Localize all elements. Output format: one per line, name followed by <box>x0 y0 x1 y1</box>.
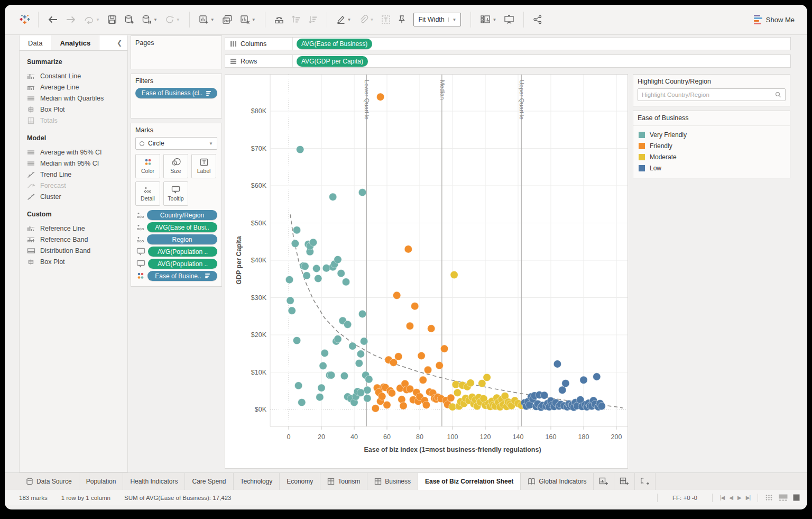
data-point-very-friendly[interactable] <box>318 384 325 391</box>
marks-tooltip-button[interactable]: Tooltip <box>163 181 188 206</box>
marks-size-button[interactable]: Size <box>163 154 188 178</box>
data-point-very-friendly[interactable] <box>340 372 348 379</box>
data-point-very-friendly[interactable] <box>365 376 373 383</box>
sidebar-item-constant-line[interactable]: Constant Line <box>27 70 127 81</box>
legend-item-friendly[interactable]: Friendly <box>633 140 790 151</box>
sidebar-item-average-with-95-ci[interactable]: Average with 95% CI <box>27 147 127 158</box>
data-point-friendly[interactable] <box>418 352 425 359</box>
sidebar-item-cluster[interactable]: Cluster <box>27 191 127 202</box>
presentation-mode-button[interactable] <box>504 15 514 24</box>
sheet-tab-health-indicators[interactable]: Health Indicators <box>123 473 185 490</box>
data-point-very-friendly[interactable] <box>303 272 310 279</box>
data-point-moderate[interactable] <box>454 389 461 396</box>
data-point-friendly[interactable] <box>419 376 427 384</box>
mark-type-dropdown[interactable]: Circle ▼ <box>135 137 217 150</box>
sheet-tab-technology[interactable]: Technology <box>234 473 280 490</box>
sheet-tab-care-spend[interactable]: Care Spend <box>185 473 233 490</box>
new-worksheet-tab-button[interactable] <box>594 473 614 490</box>
data-point-very-friendly[interactable] <box>337 270 345 277</box>
data-point-friendly[interactable] <box>411 303 419 310</box>
data-point-low[interactable] <box>598 403 605 410</box>
columns-shelf-pill[interactable]: AVG(Ease of Business) <box>297 39 372 49</box>
data-point-very-friendly[interactable] <box>285 276 293 284</box>
data-point-very-friendly[interactable] <box>321 349 328 357</box>
data-point-very-friendly[interactable] <box>298 398 306 406</box>
marks-detail-button[interactable]: Detail <box>135 181 160 206</box>
data-point-very-friendly[interactable] <box>293 336 300 344</box>
fix-axes-button[interactable] <box>398 15 405 24</box>
data-point-very-friendly[interactable] <box>287 297 294 304</box>
sidebar-item-reference-band[interactable]: Reference Band <box>27 234 127 245</box>
data-point-low[interactable] <box>593 373 601 380</box>
new-dashboard-tab-button[interactable] <box>614 473 635 490</box>
add-datasource-button[interactable] <box>124 15 134 24</box>
swap-axes-button[interactable] <box>274 15 284 24</box>
clear-sheet-button[interactable]: ▼ <box>240 15 256 24</box>
sheet-tab-ease-of-biz-correlation-sheet[interactable]: Ease of Biz Correlation Sheet <box>418 473 521 490</box>
data-point-very-friendly[interactable] <box>288 307 296 314</box>
data-point-friendly[interactable] <box>383 401 391 408</box>
sidebar-item-box-plot[interactable]: Box Plot <box>27 256 127 267</box>
sheet-tab-global-indicators[interactable]: Global Indicators <box>521 473 594 490</box>
data-point-very-friendly[interactable] <box>327 371 335 379</box>
data-point-low[interactable] <box>540 391 548 399</box>
pane-tab-analytics[interactable]: Analytics <box>51 35 99 50</box>
data-point-very-friendly[interactable] <box>315 275 322 282</box>
sidebar-item-reference-line[interactable]: Reference Line <box>27 223 127 234</box>
data-point-friendly[interactable] <box>372 405 379 412</box>
mark-pill[interactable]: AVG(Population .. <box>148 247 217 257</box>
data-point-very-friendly[interactable] <box>334 335 342 343</box>
data-point-friendly[interactable] <box>440 345 448 352</box>
data-point-friendly[interactable] <box>376 93 384 101</box>
new-worksheet-button[interactable]: ▼ <box>199 15 215 24</box>
mark-pill[interactable]: Country/Region <box>147 210 217 220</box>
nav-prev-button[interactable]: ◀ <box>729 495 733 500</box>
data-point-very-friendly[interactable] <box>293 226 300 234</box>
data-point-very-friendly[interactable] <box>344 321 351 328</box>
data-point-moderate[interactable] <box>483 374 491 381</box>
data-point-very-friendly[interactable] <box>342 278 349 286</box>
highlight-search-input[interactable] <box>642 92 775 98</box>
data-point-very-friendly[interactable] <box>358 310 366 317</box>
data-point-low[interactable] <box>553 360 561 368</box>
mark-pill[interactable]: AVG(Population .. <box>148 259 217 269</box>
new-story-tab-button[interactable] <box>635 473 656 490</box>
data-point-friendly[interactable] <box>388 389 395 397</box>
nav-first-button[interactable]: |◀ <box>720 495 724 500</box>
sidebar-item-distribution-band[interactable]: Distribution Band <box>27 245 127 256</box>
data-point-friendly[interactable] <box>428 325 435 332</box>
show-me-button[interactable]: Show Me <box>754 15 795 24</box>
share-button[interactable] <box>533 15 542 24</box>
data-point-friendly[interactable] <box>379 393 386 400</box>
data-point-very-friendly[interactable] <box>364 395 371 402</box>
data-point-very-friendly[interactable] <box>358 189 366 196</box>
highlight-button[interactable]: ▼ <box>336 15 352 24</box>
duplicate-sheet-button[interactable] <box>222 15 233 24</box>
sheet-tab-tourism[interactable]: Tourism <box>320 473 367 490</box>
data-point-friendly[interactable] <box>400 402 407 409</box>
data-point-very-friendly[interactable] <box>319 362 327 369</box>
data-point-friendly[interactable] <box>447 394 455 402</box>
sidebar-item-average-line[interactable]: Average Line <box>27 81 127 93</box>
data-point-moderate[interactable] <box>450 271 458 278</box>
data-point-very-friendly[interactable] <box>355 359 363 367</box>
fit-width-selector[interactable]: Fit Width▼ <box>413 13 461 26</box>
data-point-very-friendly[interactable] <box>357 350 364 358</box>
data-point-friendly[interactable] <box>424 366 431 374</box>
data-point-very-friendly[interactable] <box>349 342 356 350</box>
nav-next-button[interactable]: ▶ <box>737 495 741 500</box>
view-filmstrip-button[interactable] <box>779 494 788 501</box>
data-point-very-friendly[interactable] <box>294 382 302 389</box>
data-point-very-friendly[interactable] <box>334 256 342 263</box>
mark-pill[interactable]: Region <box>147 234 217 244</box>
sheet-tab-population[interactable]: Population <box>79 473 124 490</box>
legend-item-low[interactable]: Low <box>633 162 790 174</box>
data-point-very-friendly[interactable] <box>313 265 320 272</box>
data-point-friendly[interactable] <box>422 401 430 408</box>
sidebar-item-trend-line[interactable]: Trend Line <box>27 169 127 180</box>
data-point-friendly[interactable] <box>395 353 402 360</box>
view-single-button[interactable] <box>793 494 800 501</box>
data-point-low[interactable] <box>562 379 569 387</box>
data-point-very-friendly[interactable] <box>301 262 309 270</box>
collapse-pane-button[interactable]: ❮ <box>112 35 127 50</box>
